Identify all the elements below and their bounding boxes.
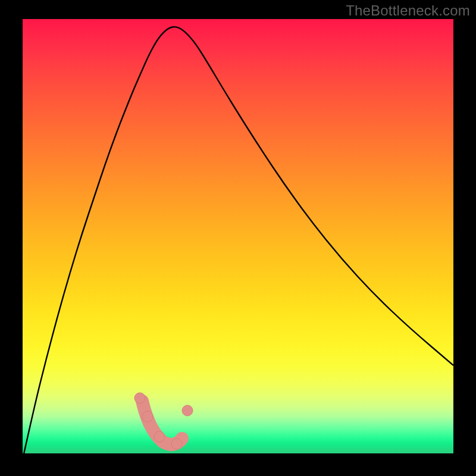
curve-marker (154, 431, 165, 442)
curve-marker (171, 439, 182, 449)
chart-frame: TheBottleneck.com (0, 0, 476, 476)
curve-marker (142, 411, 153, 422)
watermark-text: TheBottleneck.com (346, 2, 470, 19)
curve-layer (23, 19, 453, 453)
plot-area (23, 19, 453, 453)
bottleneck-curve (23, 27, 453, 453)
curve-marker (182, 405, 193, 416)
curve-marker (134, 393, 145, 403)
